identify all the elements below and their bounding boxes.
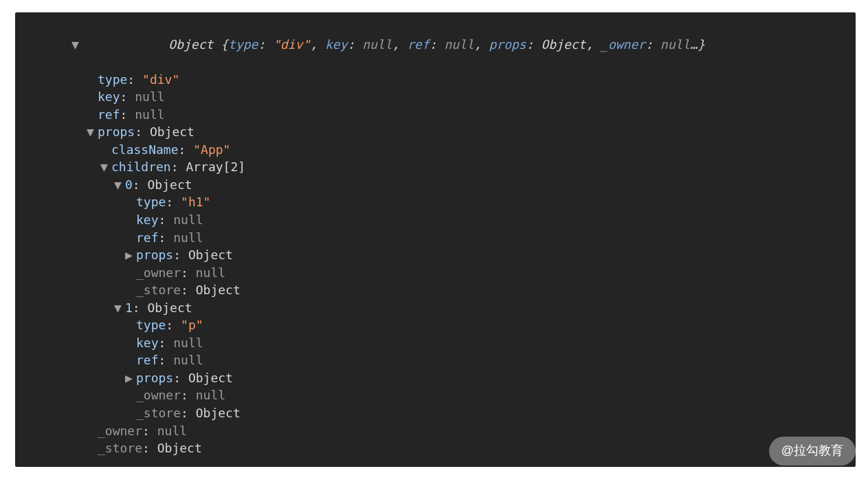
prop-row-type[interactable]: type: "h1" bbox=[15, 193, 856, 211]
prop-row-store[interactable]: _store: Object bbox=[15, 404, 856, 422]
prop-row-children[interactable]: ▼children: Array[2] bbox=[15, 158, 856, 176]
prop-row-owner[interactable]: _owner: null bbox=[15, 386, 856, 404]
chevron-down-icon[interactable]: ▼ bbox=[114, 176, 124, 194]
chevron-right-icon[interactable]: ▶ bbox=[125, 246, 135, 264]
prop-row-key[interactable]: key: null bbox=[15, 88, 856, 106]
watermark-badge: @拉勾教育 bbox=[769, 437, 856, 465]
prop-row-ref[interactable]: ref: null bbox=[15, 351, 856, 369]
chevron-down-icon[interactable]: ▼ bbox=[114, 299, 124, 317]
object-label: Object bbox=[168, 37, 213, 52]
chevron-down-icon[interactable]: ▼ bbox=[87, 123, 96, 141]
array-item-1[interactable]: ▼1: Object bbox=[15, 299, 856, 317]
prop-row-type[interactable]: type: "p" bbox=[15, 316, 856, 334]
prop-row-props[interactable]: ▶props: Object bbox=[15, 246, 856, 264]
prop-row-ref[interactable]: ref: null bbox=[15, 106, 856, 124]
prop-row-owner[interactable]: _owner: null bbox=[15, 264, 856, 282]
prop-row-key[interactable]: key: null bbox=[15, 211, 856, 229]
prop-row-owner[interactable]: _owner: null bbox=[15, 422, 856, 440]
object-summary-row[interactable]: ▼Object {type: "div", key: null, ref: nu… bbox=[15, 18, 856, 71]
prop-row-props[interactable]: ▼props: Object bbox=[15, 123, 856, 141]
chevron-right-icon[interactable]: ▶ bbox=[125, 369, 135, 387]
prop-row-props[interactable]: ▶props: Object bbox=[15, 369, 856, 387]
prop-row-type[interactable]: type: "div" bbox=[15, 71, 856, 89]
prop-row-ref[interactable]: ref: null bbox=[15, 229, 856, 247]
chevron-down-icon[interactable]: ▼ bbox=[100, 158, 110, 176]
array-item-0[interactable]: ▼0: Object bbox=[15, 176, 856, 194]
prop-row-store[interactable]: _store: Object bbox=[15, 439, 856, 457]
prop-row-classname[interactable]: className: "App" bbox=[15, 141, 856, 159]
prop-row-store[interactable]: _store: Object bbox=[15, 281, 856, 299]
console-panel: ▼Object {type: "div", key: null, ref: nu… bbox=[15, 12, 856, 467]
chevron-down-icon[interactable]: ▼ bbox=[71, 36, 81, 54]
prop-row-key[interactable]: key: null bbox=[15, 334, 856, 352]
